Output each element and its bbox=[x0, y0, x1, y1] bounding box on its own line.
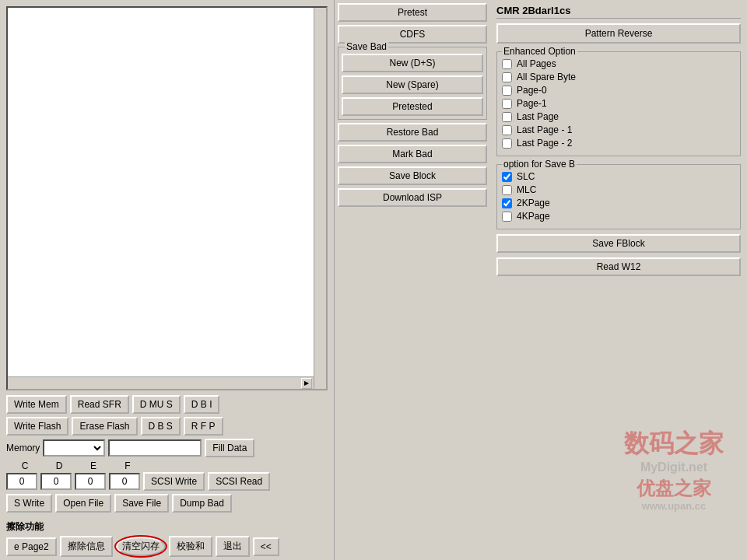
all-spare-bytes-row: All Spare Byte bbox=[502, 72, 735, 82]
all-spare-bytes-checkbox[interactable] bbox=[502, 72, 512, 82]
cdef-input-c[interactable] bbox=[6, 473, 37, 490]
bottom-btn-row: e Page2 擦除信息 清空闪存 校验和 退出 << bbox=[6, 536, 328, 557]
page0-row: Page-0 bbox=[502, 85, 735, 96]
fill-data-input[interactable] bbox=[108, 439, 202, 457]
last-page-row: Last Page bbox=[502, 111, 735, 122]
pretest-button[interactable]: Pretest bbox=[338, 3, 487, 22]
checksum-button[interactable]: 校验和 bbox=[169, 536, 212, 557]
page0-checkbox[interactable] bbox=[502, 86, 512, 96]
rfp-button[interactable]: R F P bbox=[184, 417, 223, 436]
erase-info-button[interactable]: 擦除信息 bbox=[60, 536, 113, 557]
cdef-headers: C D E F bbox=[9, 460, 328, 471]
fill-data-button[interactable]: Fill Data bbox=[205, 439, 254, 457]
save-file-button[interactable]: Save File bbox=[114, 494, 169, 513]
s-write-button[interactable]: S Write bbox=[6, 494, 52, 513]
mlc-label: MLC bbox=[517, 184, 536, 195]
scsi-write-button[interactable]: SCSI Write bbox=[143, 472, 205, 491]
cdef-header-c: C bbox=[9, 460, 40, 471]
erase-flash-button[interactable]: Erase Flash bbox=[72, 417, 137, 436]
scroll-right-arrow[interactable]: ▶ bbox=[301, 378, 312, 389]
2kpage-row: 2KPage bbox=[502, 198, 735, 208]
last-page-label: Last Page bbox=[517, 111, 559, 122]
scsi-read-button[interactable]: SCSI Read bbox=[208, 472, 270, 491]
slc-label: SLC bbox=[517, 171, 535, 182]
cdef-input-e[interactable] bbox=[75, 473, 106, 490]
last-page-1-checkbox[interactable] bbox=[502, 125, 512, 135]
page1-label: Page-1 bbox=[517, 98, 547, 109]
memory-label: Memory bbox=[6, 443, 40, 453]
new-spare-button[interactable]: New (Spare) bbox=[342, 75, 483, 94]
mlc-row: MLC bbox=[502, 184, 735, 195]
clear-flash-button[interactable]: 清空闪存 bbox=[116, 537, 166, 556]
last-page-2-row: Last Page - 2 bbox=[502, 138, 735, 149]
enhanced-options-label: Enhanced Option bbox=[502, 46, 577, 57]
last-page-2-checkbox[interactable] bbox=[502, 138, 512, 149]
page1-row: Page-1 bbox=[502, 98, 735, 109]
vertical-scrollbar[interactable] bbox=[314, 8, 326, 389]
2kpage-label: 2KPage bbox=[517, 198, 550, 208]
dbs-button[interactable]: D B S bbox=[141, 417, 181, 436]
btn-row-1: Write Mem Read SFR D MU S D B I bbox=[6, 395, 328, 414]
d-mus-button[interactable]: D MU S bbox=[132, 395, 181, 414]
4kpage-checkbox[interactable] bbox=[502, 212, 512, 222]
last-page-2-label: Last Page - 2 bbox=[517, 138, 572, 149]
dbi-button[interactable]: D B I bbox=[184, 395, 220, 414]
right-panel: CMR 2Bdarl1cs Pattern Reverse Enhanced O… bbox=[490, 0, 747, 560]
read-sfr-button[interactable]: Read SFR bbox=[70, 395, 129, 414]
save-bad-group: Save Bad New (D+S) New (Spare) Pretested bbox=[338, 47, 487, 120]
4kpage-label: 4KPage bbox=[517, 211, 550, 222]
exit-button[interactable]: 退出 bbox=[216, 536, 250, 557]
enhanced-options-group: Enhanced Option All Pages All Spare Byte… bbox=[496, 51, 741, 156]
page1-checkbox[interactable] bbox=[502, 99, 512, 109]
memory-select[interactable] bbox=[43, 439, 105, 457]
cdef-header-d: D bbox=[44, 460, 75, 471]
all-pages-label: All Pages bbox=[517, 58, 556, 69]
cdef-header-e: E bbox=[78, 460, 109, 471]
option-save-group: option for Save B SLC MLC 2KPage 4KPage bbox=[496, 164, 741, 229]
last-page-1-label: Last Page - 1 bbox=[517, 124, 572, 135]
all-pages-row: All Pages bbox=[502, 58, 735, 69]
mid-panel: Pretest CDFS Save Bad New (D+S) New (Spa… bbox=[335, 0, 490, 560]
bottom-bar: 擦除功能 e Page2 擦除信息 清空闪存 校验和 退出 << bbox=[0, 517, 334, 560]
save-block-button[interactable]: Save Block bbox=[338, 166, 487, 185]
4kpage-row: 4KPage bbox=[502, 211, 735, 222]
btn-row-2: Write Flash Erase Flash D B S R F P bbox=[6, 417, 328, 436]
all-pages-checkbox[interactable] bbox=[502, 59, 512, 69]
left-panel: ▶ Write Mem Read SFR D MU S D B I Write … bbox=[0, 0, 335, 560]
cdef-section: C D E F SCSI Write SCSI Read bbox=[6, 460, 328, 491]
erase-section-label: 擦除功能 bbox=[6, 520, 328, 534]
display-area: ▶ bbox=[6, 6, 328, 390]
download-isp-button[interactable]: Download ISP bbox=[338, 188, 487, 207]
2kpage-checkbox[interactable] bbox=[502, 198, 512, 208]
cdef-inputs: SCSI Write SCSI Read bbox=[6, 472, 328, 491]
page0-label: Page-0 bbox=[517, 85, 547, 96]
all-spare-bytes-label: All Spare Byte bbox=[517, 72, 576, 82]
pattern-reverse-button[interactable]: Pattern Reverse bbox=[496, 23, 741, 44]
horizontal-scrollbar[interactable]: ▶ bbox=[8, 376, 314, 389]
cdef-input-d[interactable] bbox=[40, 473, 72, 490]
back-button[interactable]: << bbox=[253, 537, 279, 556]
save-bad-label: Save Bad bbox=[345, 41, 388, 52]
last-page-checkbox[interactable] bbox=[502, 112, 512, 122]
pretested-button[interactable]: Pretested bbox=[342, 97, 483, 116]
mlc-checkbox[interactable] bbox=[502, 185, 512, 195]
slc-row: SLC bbox=[502, 171, 735, 182]
read-w12-button[interactable]: Read W12 bbox=[496, 257, 741, 276]
restore-bad-button[interactable]: Restore Bad bbox=[338, 123, 487, 142]
write-mem-button[interactable]: Write Mem bbox=[6, 395, 67, 414]
cdef-input-f[interactable] bbox=[109, 473, 140, 490]
new-ds-button[interactable]: New (D+S) bbox=[342, 54, 483, 72]
right-panel-title: CMR 2Bdarl1cs bbox=[496, 3, 741, 19]
mark-bad-button[interactable]: Mark Bad bbox=[338, 145, 487, 163]
open-file-button[interactable]: Open File bbox=[55, 494, 111, 513]
last-page-1-row: Last Page - 1 bbox=[502, 124, 735, 135]
memory-row: Memory Fill Data bbox=[6, 439, 328, 457]
option-save-label: option for Save B bbox=[502, 159, 577, 170]
write-flash-button[interactable]: Write Flash bbox=[6, 417, 68, 436]
e-page2-button[interactable]: e Page2 bbox=[6, 537, 57, 556]
btn-row-3: S Write Open File Save File Dump Bad bbox=[6, 494, 328, 513]
dump-bad-button[interactable]: Dump Bad bbox=[172, 494, 232, 513]
slc-checkbox[interactable] bbox=[502, 172, 512, 182]
buttons-area: Write Mem Read SFR D MU S D B I Write Fl… bbox=[0, 394, 334, 517]
save-fblock-button[interactable]: Save FBlock bbox=[496, 234, 741, 253]
